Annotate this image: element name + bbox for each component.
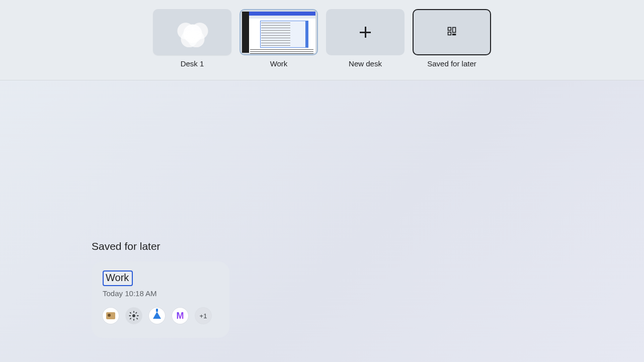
section-title: Saved for later xyxy=(92,240,160,252)
flask-app-icon xyxy=(149,308,165,324)
saved-desk-app-icons: M +1 xyxy=(103,308,218,324)
svg-rect-5 xyxy=(133,311,134,313)
saved-desk-timestamp: Today 10:18 AM xyxy=(103,289,218,298)
desk-1[interactable]: Desk 1 xyxy=(152,9,232,68)
photo-app-icon xyxy=(103,308,119,324)
library-icon xyxy=(447,26,457,38)
new-desk-button[interactable]: New desk xyxy=(325,9,406,68)
saved-desk-card[interactable]: Work Today 10:18 AM xyxy=(92,261,229,338)
svg-rect-7 xyxy=(129,315,131,316)
desk-1-thumbnail[interactable] xyxy=(153,9,231,55)
saved-desk-title-input[interactable]: Work xyxy=(103,270,133,286)
svg-rect-3 xyxy=(453,34,456,35)
svg-rect-2 xyxy=(453,28,456,33)
svg-point-4 xyxy=(132,314,135,317)
new-desk-thumbnail[interactable] xyxy=(326,9,405,55)
desk-work-label: Work xyxy=(270,59,288,68)
saved-for-later-label: Saved for later xyxy=(427,59,476,68)
saved-for-later-thumbnail[interactable] xyxy=(413,9,491,55)
svg-rect-1 xyxy=(448,32,451,35)
overflow-count-badge[interactable]: +1 xyxy=(195,308,211,324)
desk-work-thumbnail[interactable] xyxy=(239,9,318,55)
new-desk-label: New desk xyxy=(349,59,382,68)
desk-bar: Desk 1 Work New desk xyxy=(0,0,644,80)
svg-rect-0 xyxy=(448,28,451,31)
svg-rect-6 xyxy=(133,319,134,321)
desk-1-label: Desk 1 xyxy=(181,59,204,68)
svg-rect-10 xyxy=(136,318,138,320)
svg-rect-9 xyxy=(129,312,131,314)
saved-for-later-button[interactable]: Saved for later xyxy=(412,9,492,68)
svg-rect-8 xyxy=(137,315,139,316)
mail-app-icon: M xyxy=(172,308,188,324)
desk-work[interactable]: Work xyxy=(238,9,319,68)
svg-rect-11 xyxy=(135,312,137,314)
svg-rect-12 xyxy=(129,318,131,320)
plus-icon xyxy=(360,27,371,38)
settings-app-icon xyxy=(126,308,142,324)
